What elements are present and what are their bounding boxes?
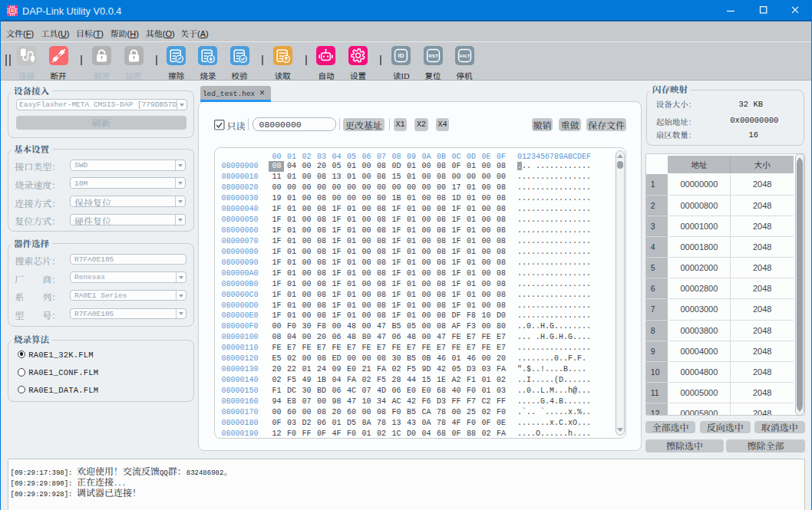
svg-text:RST: RST xyxy=(428,53,438,58)
svg-text:ID: ID xyxy=(398,52,404,59)
svg-text:HALT: HALT xyxy=(459,54,470,58)
